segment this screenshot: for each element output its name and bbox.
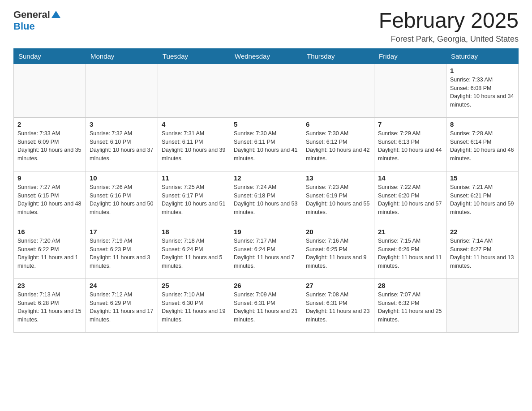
calendar-day-empty [230, 64, 302, 117]
day-number: 13 [306, 174, 370, 182]
day-number: 16 [17, 228, 82, 235]
weekday-header-wednesday: Wednesday [230, 48, 302, 64]
day-detail: Sunrise: 7:24 AMSunset: 6:18 PMDaylight:… [234, 183, 298, 217]
day-detail: Sunrise: 7:09 AMSunset: 6:31 PMDaylight:… [234, 291, 298, 324]
logo: General Blue [13, 9, 61, 32]
day-detail: Sunrise: 7:08 AMSunset: 6:31 PMDaylight:… [306, 291, 370, 324]
page-header: General Blue February 2025 Forest Park, … [13, 9, 519, 44]
day-number: 11 [162, 174, 226, 182]
day-detail: Sunrise: 7:31 AMSunset: 6:11 PMDaylight:… [162, 129, 226, 163]
day-number: 14 [378, 174, 442, 182]
calendar-week-5: 23Sunrise: 7:13 AMSunset: 6:28 PMDayligh… [14, 278, 519, 332]
calendar-day-5: 5Sunrise: 7:30 AMSunset: 6:11 PMDaylight… [230, 117, 302, 171]
day-number: 15 [450, 174, 515, 182]
day-detail: Sunrise: 7:29 AMSunset: 6:13 PMDaylight:… [378, 129, 442, 163]
day-number: 2 [17, 120, 82, 128]
weekday-header-monday: Monday [86, 48, 158, 64]
day-number: 27 [306, 282, 370, 289]
day-number: 10 [90, 174, 154, 182]
day-detail: Sunrise: 7:30 AMSunset: 6:12 PMDaylight:… [306, 129, 370, 163]
day-detail: Sunrise: 7:32 AMSunset: 6:10 PMDaylight:… [90, 129, 154, 163]
weekday-header-thursday: Thursday [302, 48, 374, 64]
calendar-day-22: 22Sunrise: 7:14 AMSunset: 6:27 PMDayligh… [446, 225, 519, 278]
day-detail: Sunrise: 7:19 AMSunset: 6:23 PMDaylight:… [90, 237, 154, 270]
location-subtitle: Forest Park, Georgia, United States [379, 34, 519, 44]
day-number: 1 [450, 67, 515, 74]
logo-general-text: General [13, 9, 50, 21]
day-number: 7 [378, 120, 442, 128]
day-number: 17 [90, 228, 154, 235]
calendar-day-empty [374, 64, 446, 117]
day-detail: Sunrise: 7:27 AMSunset: 6:15 PMDaylight:… [17, 183, 82, 217]
calendar-day-4: 4Sunrise: 7:31 AMSunset: 6:11 PMDaylight… [158, 117, 230, 171]
day-number: 24 [90, 282, 154, 289]
calendar-day-15: 15Sunrise: 7:21 AMSunset: 6:21 PMDayligh… [446, 171, 519, 225]
day-number: 20 [306, 228, 370, 235]
calendar-day-26: 26Sunrise: 7:09 AMSunset: 6:31 PMDayligh… [230, 278, 302, 332]
day-number: 26 [234, 282, 298, 289]
calendar-day-12: 12Sunrise: 7:24 AMSunset: 6:18 PMDayligh… [230, 171, 302, 225]
day-number: 4 [162, 120, 226, 128]
calendar-day-empty [446, 278, 519, 332]
day-number: 12 [234, 174, 298, 182]
calendar-day-2: 2Sunrise: 7:33 AMSunset: 6:09 PMDaylight… [14, 117, 86, 171]
calendar-day-7: 7Sunrise: 7:29 AMSunset: 6:13 PMDaylight… [374, 117, 446, 171]
day-number: 9 [17, 174, 82, 182]
svg-marker-0 [51, 11, 60, 18]
calendar-day-16: 16Sunrise: 7:20 AMSunset: 6:22 PMDayligh… [14, 225, 86, 278]
calendar-day-27: 27Sunrise: 7:08 AMSunset: 6:31 PMDayligh… [302, 278, 374, 332]
calendar-day-18: 18Sunrise: 7:18 AMSunset: 6:24 PMDayligh… [158, 225, 230, 278]
calendar-day-20: 20Sunrise: 7:16 AMSunset: 6:25 PMDayligh… [302, 225, 374, 278]
calendar-day-empty [14, 64, 86, 117]
calendar-day-28: 28Sunrise: 7:07 AMSunset: 6:32 PMDayligh… [374, 278, 446, 332]
day-number: 19 [234, 228, 298, 235]
calendar-day-23: 23Sunrise: 7:13 AMSunset: 6:28 PMDayligh… [14, 278, 86, 332]
calendar-day-empty [158, 64, 230, 117]
day-number: 23 [17, 282, 82, 289]
calendar-table: SundayMondayTuesdayWednesdayThursdayFrid… [13, 48, 519, 333]
day-detail: Sunrise: 7:30 AMSunset: 6:11 PMDaylight:… [234, 129, 298, 163]
calendar-day-17: 17Sunrise: 7:19 AMSunset: 6:23 PMDayligh… [86, 225, 158, 278]
calendar-day-1: 1Sunrise: 7:33 AMSunset: 6:08 PMDaylight… [446, 64, 519, 117]
day-number: 6 [306, 120, 370, 128]
logo-blue-text: Blue [13, 21, 35, 32]
day-detail: Sunrise: 7:17 AMSunset: 6:24 PMDaylight:… [234, 237, 298, 270]
calendar-day-empty [86, 64, 158, 117]
weekday-header-tuesday: Tuesday [158, 48, 230, 64]
weekday-header-sunday: Sunday [14, 48, 86, 64]
day-number: 18 [162, 228, 226, 235]
calendar-header-row: SundayMondayTuesdayWednesdayThursdayFrid… [14, 48, 519, 64]
calendar-day-25: 25Sunrise: 7:10 AMSunset: 6:30 PMDayligh… [158, 278, 230, 332]
calendar-week-4: 16Sunrise: 7:20 AMSunset: 6:22 PMDayligh… [14, 225, 519, 278]
day-number: 28 [378, 282, 442, 289]
day-detail: Sunrise: 7:33 AMSunset: 6:08 PMDaylight:… [450, 76, 515, 109]
logo-icon [51, 10, 61, 20]
title-area: February 2025 Forest Park, Georgia, Unit… [379, 9, 519, 44]
day-detail: Sunrise: 7:33 AMSunset: 6:09 PMDaylight:… [17, 129, 82, 163]
day-detail: Sunrise: 7:12 AMSunset: 6:29 PMDaylight:… [90, 291, 154, 324]
calendar-day-6: 6Sunrise: 7:30 AMSunset: 6:12 PMDaylight… [302, 117, 374, 171]
calendar-day-24: 24Sunrise: 7:12 AMSunset: 6:29 PMDayligh… [86, 278, 158, 332]
calendar-day-13: 13Sunrise: 7:23 AMSunset: 6:19 PMDayligh… [302, 171, 374, 225]
day-number: 21 [378, 228, 442, 235]
day-detail: Sunrise: 7:20 AMSunset: 6:22 PMDaylight:… [17, 237, 82, 270]
weekday-header-saturday: Saturday [446, 48, 519, 64]
calendar-day-19: 19Sunrise: 7:17 AMSunset: 6:24 PMDayligh… [230, 225, 302, 278]
day-detail: Sunrise: 7:07 AMSunset: 6:32 PMDaylight:… [378, 291, 442, 324]
day-number: 25 [162, 282, 226, 289]
day-detail: Sunrise: 7:28 AMSunset: 6:14 PMDaylight:… [450, 129, 515, 163]
calendar-week-3: 9Sunrise: 7:27 AMSunset: 6:15 PMDaylight… [14, 171, 519, 225]
day-detail: Sunrise: 7:13 AMSunset: 6:28 PMDaylight:… [17, 291, 82, 324]
calendar-day-empty [302, 64, 374, 117]
day-detail: Sunrise: 7:14 AMSunset: 6:27 PMDaylight:… [450, 237, 515, 270]
day-detail: Sunrise: 7:26 AMSunset: 6:16 PMDaylight:… [90, 183, 154, 217]
day-number: 5 [234, 120, 298, 128]
day-detail: Sunrise: 7:15 AMSunset: 6:26 PMDaylight:… [378, 237, 442, 270]
day-detail: Sunrise: 7:23 AMSunset: 6:19 PMDaylight:… [306, 183, 370, 217]
day-number: 3 [90, 120, 154, 128]
calendar-day-9: 9Sunrise: 7:27 AMSunset: 6:15 PMDaylight… [14, 171, 86, 225]
day-detail: Sunrise: 7:21 AMSunset: 6:21 PMDaylight:… [450, 183, 515, 217]
day-detail: Sunrise: 7:18 AMSunset: 6:24 PMDaylight:… [162, 237, 226, 270]
calendar-day-21: 21Sunrise: 7:15 AMSunset: 6:26 PMDayligh… [374, 225, 446, 278]
month-title: February 2025 [379, 9, 519, 33]
